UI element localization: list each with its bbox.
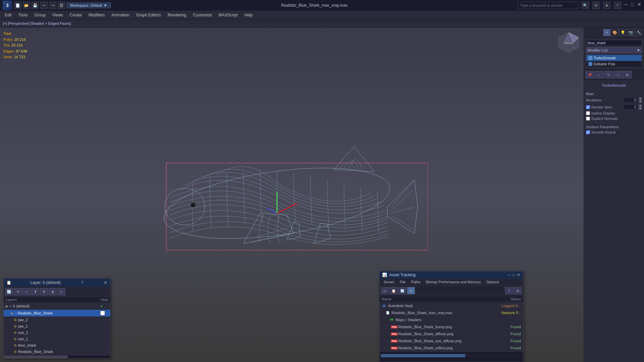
workspace-button[interactable]: Workspace: Default ▼ — [66, 2, 111, 8]
display-icon[interactable]: ☀ — [603, 29, 610, 36]
smooth-result-checkbox[interactable] — [586, 130, 590, 134]
asset-minimize-button[interactable]: ─ — [508, 273, 511, 277]
iterations-up[interactable]: ▲ — [639, 97, 642, 100]
menu-modifiers[interactable]: Modifiers — [85, 12, 108, 18]
isoline-checkbox[interactable] — [586, 111, 590, 115]
modifier-turbosmooth[interactable]: TurboSmooth — [586, 55, 642, 61]
close-button[interactable]: ✕ — [637, 2, 641, 9]
render-iters-checkbox[interactable] — [586, 105, 590, 109]
menu-rendering[interactable]: Rendering — [164, 12, 189, 18]
new-file-icon[interactable]: 📄 — [14, 2, 21, 9]
render-iters-input[interactable] — [624, 104, 637, 110]
asset-help-button[interactable]: ? — [505, 287, 513, 294]
menu-maxscript[interactable]: MAXScript — [215, 12, 241, 18]
help-icon[interactable]: ? — [614, 2, 621, 9]
list-item[interactable]: 🗺 Maps / Shaders — [379, 316, 523, 323]
object-name-input[interactable] — [586, 40, 642, 46]
list-item[interactable]: PNG Realistic_Blue_Shark_eye_diffuse.png… — [379, 338, 523, 345]
properties-panel: TurboSmooth Main Iterations: ▲ ▼ Render … — [584, 80, 644, 362]
menu-group[interactable]: Group — [31, 12, 49, 18]
bookmark-icon[interactable]: ★ — [603, 2, 610, 9]
asset-menu-paths[interactable]: Paths — [408, 279, 423, 285]
render-icon[interactable]: 🎨 — [611, 29, 619, 36]
menu-views[interactable]: Views — [49, 12, 66, 18]
minimize-button[interactable]: ─ — [625, 2, 628, 9]
explicit-normals-checkbox[interactable] — [586, 117, 590, 121]
layer-new-button[interactable]: 🔄 — [5, 288, 13, 295]
list-item[interactable]: ▶ ≡ 0 (default) ✓ ··· — [4, 303, 110, 310]
svg-text:PERSP: PERSP — [564, 42, 573, 45]
layer-add-button[interactable]: + — [22, 288, 31, 295]
menu-help[interactable]: Help — [241, 12, 256, 18]
list-item[interactable]: ⚙ Realistic_Blue_Shark ··· — [4, 349, 110, 355]
list-item[interactable]: 📄 Realistic_Blue_Shark_max_vray.max Netw… — [379, 309, 523, 316]
list-item[interactable]: ⚙ jaw_1 ··· — [4, 323, 110, 330]
modifier-editablepoly[interactable]: Editable Poly — [586, 61, 642, 67]
asset-name-vault: Autodesk Vault — [388, 304, 487, 308]
right-panel-top-icons: ☀ 🎨 💡 📷 🔧 — [584, 27, 644, 38]
asset-menu-bitmap[interactable]: Bitmap Performance and Memory — [423, 279, 483, 285]
asset-tb-btn4[interactable]: ⊞ — [407, 287, 415, 294]
layer-close-button[interactable]: ✕ — [104, 280, 108, 285]
list-item[interactable]: ⚙ eye_1 ··· — [4, 336, 110, 342]
iterations-down[interactable]: ▼ — [639, 100, 642, 103]
render-iters-up[interactable]: ▲ — [639, 104, 642, 107]
list-item[interactable]: PNG Realistic_Blue_Shark_diffuse.png Fou… — [379, 331, 523, 338]
layer-select-button[interactable]: ◈ — [49, 288, 57, 295]
layer-options-button[interactable]: ≡ — [57, 288, 65, 295]
asset-menu-server[interactable]: Server — [381, 279, 397, 285]
layer-scrollbar-thumb[interactable] — [4, 356, 68, 358]
undo-icon[interactable]: ↩ — [40, 2, 48, 9]
asset-menu-file[interactable]: File — [397, 279, 408, 285]
restore-button[interactable]: □ — [631, 2, 634, 9]
settings-icon[interactable]: ⚙ — [592, 2, 600, 9]
layer-name5: eye_2 — [18, 331, 105, 335]
asset-menu-options[interactable]: Options — [484, 279, 502, 285]
svg-point-6 — [165, 188, 205, 225]
layer-delete-button[interactable]: ✕ — [14, 288, 22, 295]
list-item[interactable]: ⚙ eye_2 ··· — [4, 330, 110, 336]
layer-scrollbar[interactable] — [4, 356, 110, 358]
rotate-button[interactable]: ↻ — [604, 71, 613, 78]
move-button[interactable]: ↕ — [595, 71, 603, 78]
asset-tb-btn2[interactable]: 📋 — [390, 287, 398, 294]
menu-create[interactable]: Create — [66, 12, 85, 18]
svg-marker-5 — [388, 180, 418, 233]
asset-tb-btn1[interactable]: 🗂 — [381, 287, 389, 294]
save-file-icon[interactable]: 💾 — [32, 2, 39, 9]
layer-move-up-button[interactable]: ⬆ — [31, 288, 39, 295]
iterations-input[interactable] — [624, 97, 637, 102]
asset-status-bump: Found — [487, 325, 521, 329]
render-iters-down[interactable]: ▼ — [639, 107, 642, 110]
viewport[interactable]: Total Polys: 29 216 Tris: 29 216 Edges: … — [0, 27, 584, 362]
open-file-icon[interactable]: 📂 — [23, 2, 30, 9]
light-icon[interactable]: 💡 — [619, 29, 627, 36]
search-input[interactable] — [518, 2, 578, 9]
render-frame-icon[interactable]: 🖼 — [58, 2, 65, 9]
select-button[interactable]: ⊞ — [623, 71, 632, 78]
asset-restore-button[interactable]: □ — [513, 273, 515, 277]
menu-edit[interactable]: Edit — [1, 12, 15, 18]
modifier-list-button[interactable]: Modifier List ▼ — [586, 47, 642, 53]
menu-customize[interactable]: Customize — [189, 12, 215, 18]
menu-tools[interactable]: Tools — [15, 12, 31, 18]
asset-tb-btn3[interactable]: 🔄 — [398, 287, 406, 294]
menu-graph-editors[interactable]: Graph Editors — [133, 12, 164, 18]
asset-options-button[interactable]: ⚙ — [514, 287, 522, 294]
list-item[interactable]: 🏛 Autodesk Vault Logged O... — [379, 302, 523, 309]
pin-button[interactable]: 📌 — [585, 71, 594, 78]
list-item[interactable]: PNG Realistic_Blue_Shark_bump.png Found — [379, 323, 523, 331]
redo-icon[interactable]: ↪ — [49, 2, 56, 9]
layer-help-button[interactable]: ? — [80, 280, 85, 285]
helper-icon[interactable]: 🔧 — [635, 29, 643, 36]
layer-move-down-button[interactable]: ⬇ — [40, 288, 48, 295]
menu-animation[interactable]: Animation — [108, 12, 133, 18]
list-item[interactable]: ⚙ jaw_2 ··· — [4, 317, 110, 323]
list-item[interactable]: ⚙ blue_shark ··· — [4, 342, 110, 349]
list-item[interactable]: PNG Realistic_Blue_Shark_reflect.png Fou… — [379, 345, 523, 352]
search-icon[interactable]: 🔍 — [582, 2, 589, 9]
list-item[interactable]: ▶ ≡ Realistic_Blue_Shark ··· — [4, 310, 110, 317]
scale-button[interactable]: ⤡ — [613, 71, 622, 78]
camera-icon[interactable]: 📷 — [627, 29, 635, 36]
asset-close-button[interactable]: ✕ — [517, 273, 520, 277]
